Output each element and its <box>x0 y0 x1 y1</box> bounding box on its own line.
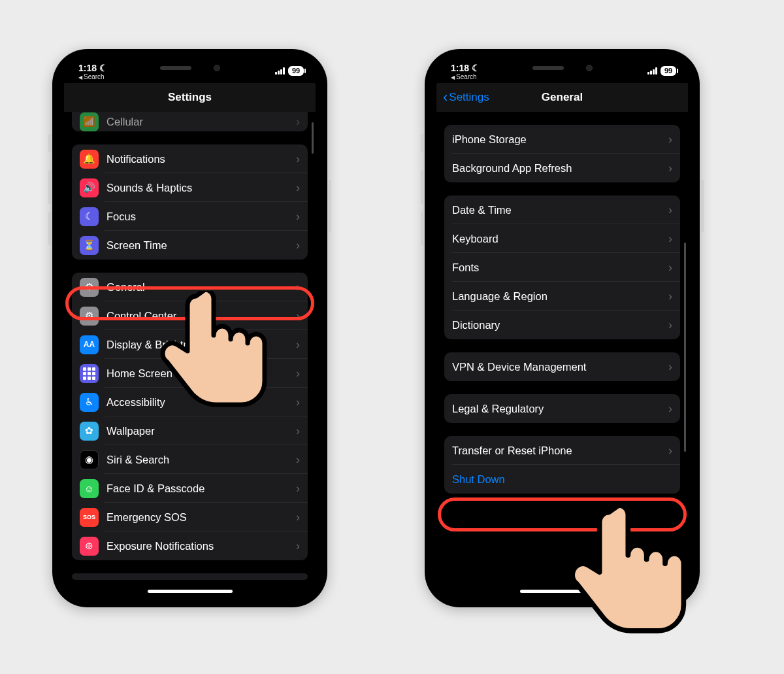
row-vpn-device-management[interactable]: VPN & Device Management› <box>444 352 680 381</box>
row-face-id-passcode[interactable]: ☺Face ID & Passcode› <box>72 474 308 503</box>
row-label: Keyboard <box>452 233 664 245</box>
row-sounds-haptics[interactable]: 🔊Sounds & Haptics› <box>72 173 308 202</box>
chevron-right-icon: › <box>668 290 672 303</box>
row-transfer-or-reset-iphone[interactable]: Transfer or Reset iPhone› <box>444 436 680 465</box>
sos-icon: SOS <box>80 508 99 527</box>
mute-switch <box>421 134 425 152</box>
chevron-right-icon: › <box>296 511 300 524</box>
chevron-right-icon: › <box>668 261 672 275</box>
phone-mockup-left: 1:18 ☾ Search 99 Settings 📶 Cellular › <box>52 49 327 607</box>
bell-icon: 🔔 <box>80 150 99 169</box>
back-button[interactable]: ‹ Settings <box>443 83 489 112</box>
general-list[interactable]: iPhone Storage›Background App Refresh› D… <box>436 112 688 597</box>
row-date-time[interactable]: Date & Time› <box>444 195 680 224</box>
chevron-right-icon: › <box>668 203 672 217</box>
volume-up-button <box>421 170 425 204</box>
row-label: VPN & Device Management <box>452 361 664 373</box>
mute-switch <box>48 134 52 152</box>
row-accessibility[interactable]: ♿︎Accessibility› <box>72 388 308 416</box>
speaker-icon: 🔊 <box>80 178 99 197</box>
row-display-brightness[interactable]: AADisplay & Brightness› <box>72 330 308 359</box>
chevron-right-icon: › <box>296 424 300 438</box>
chevron-right-icon: › <box>296 539 300 553</box>
row-dictionary[interactable]: Dictionary› <box>444 311 680 339</box>
row-label: Date & Time <box>452 204 664 216</box>
status-time: 1:18 <box>78 63 97 73</box>
row-legal-regulatory[interactable]: Legal & Regulatory› <box>444 394 680 423</box>
row-notifications[interactable]: 🔔Notifications› <box>72 144 308 173</box>
front-camera <box>214 65 220 71</box>
row-focus[interactable]: ☾Focus› <box>72 202 308 231</box>
row-shut-down[interactable]: Shut Down <box>444 465 680 494</box>
screen-right: 1:18 ☾ Search 99 ‹ Settings General iPho… <box>436 59 688 597</box>
row-label: Wallpaper <box>106 425 292 437</box>
row-label: Control Center <box>106 310 292 322</box>
settings-list[interactable]: 📶 Cellular › 🔔Notifications›🔊Sounds & Ha… <box>64 109 316 597</box>
row-exposure-notifications[interactable]: ⊚Exposure Notifications› <box>72 531 308 560</box>
row-wallpaper[interactable]: ✿Wallpaper› <box>72 416 308 445</box>
row-emergency-sos[interactable]: SOSEmergency SOS› <box>72 503 308 531</box>
settings-group-peek <box>72 573 308 580</box>
row-siri-search[interactable]: ◉Siri & Search› <box>72 445 308 474</box>
back-to-search[interactable]: Search <box>451 73 480 81</box>
gear-icon: ⚙︎ <box>80 278 99 297</box>
page-title: General <box>542 91 583 104</box>
antenna-icon: 📶 <box>80 112 99 131</box>
row-iphone-storage[interactable]: iPhone Storage› <box>444 125 680 154</box>
chevron-right-icon: › <box>668 161 672 175</box>
siri-icon: ◉ <box>80 450 99 469</box>
page-title: Settings <box>168 91 212 104</box>
moon-icon: ☾ <box>80 207 99 226</box>
phone-mockup-right: 1:18 ☾ Search 99 ‹ Settings General iPho… <box>425 49 700 607</box>
row-home-screen[interactable]: Home Screen› <box>72 359 308 388</box>
chevron-right-icon: › <box>296 453 300 467</box>
chevron-right-icon: › <box>296 338 300 352</box>
back-to-search[interactable]: Search <box>78 73 108 81</box>
general-group-storage: iPhone Storage›Background App Refresh› <box>444 125 680 182</box>
row-label: Sounds & Haptics <box>106 182 292 194</box>
row-fonts[interactable]: Fonts› <box>444 253 680 282</box>
settings-group-general: ⚙︎General›⚙Control Center›AADisplay & Br… <box>72 273 308 560</box>
home-indicator[interactable] <box>520 590 605 593</box>
row-label: Notifications <box>106 153 292 165</box>
chevron-right-icon: › <box>296 181 300 195</box>
row-language-region[interactable]: Language & Region› <box>444 282 680 311</box>
general-group-reset: Transfer or Reset iPhone›Shut Down <box>444 436 680 494</box>
row-keyboard[interactable]: Keyboard› <box>444 224 680 253</box>
general-group-vpn: VPN & Device Management› <box>444 352 680 381</box>
cellular-signal-icon <box>275 67 285 75</box>
chevron-right-icon: › <box>668 133 672 146</box>
row-label: Home Screen <box>106 367 292 380</box>
row-label: Exposure Notifications <box>106 540 292 552</box>
chevron-left-icon: ‹ <box>443 90 448 105</box>
nav-header: Settings <box>64 83 316 112</box>
settings-row-cellular[interactable]: 📶 Cellular › <box>72 112 308 131</box>
chevron-right-icon: › <box>296 280 300 294</box>
row-control-center[interactable]: ⚙Control Center› <box>72 301 308 330</box>
row-label: iPhone Storage <box>452 133 664 146</box>
chevron-right-icon: › <box>296 396 300 409</box>
general-group-legal: Legal & Regulatory› <box>444 394 680 423</box>
row-screen-time[interactable]: ⏳Screen Time› <box>72 231 308 260</box>
battery-indicator: 99 <box>288 66 304 76</box>
general-group-datetime: Date & Time›Keyboard›Fonts›Language & Re… <box>444 195 680 339</box>
cellular-signal-icon <box>647 67 657 75</box>
chevron-right-icon: › <box>668 444 672 458</box>
row-label: Focus <box>106 211 292 223</box>
row-label: Display & Brightness <box>106 339 292 351</box>
status-time: 1:18 <box>451 63 469 73</box>
speaker <box>160 66 191 70</box>
chevron-right-icon: › <box>296 309 300 323</box>
screen-left: 1:18 ☾ Search 99 Settings 📶 Cellular › <box>64 59 316 597</box>
home-indicator[interactable] <box>148 590 233 593</box>
volume-up-button <box>48 170 52 204</box>
row-label: Emergency SOS <box>106 511 292 524</box>
speaker <box>532 66 564 70</box>
row-background-app-refresh[interactable]: Background App Refresh› <box>444 154 680 182</box>
notch <box>500 59 625 78</box>
chevron-right-icon: › <box>668 232 672 246</box>
notch <box>128 59 252 78</box>
chevron-right-icon: › <box>296 367 300 380</box>
settings-group-partial: 📶 Cellular › <box>72 112 308 131</box>
row-general[interactable]: ⚙︎General› <box>72 273 308 301</box>
